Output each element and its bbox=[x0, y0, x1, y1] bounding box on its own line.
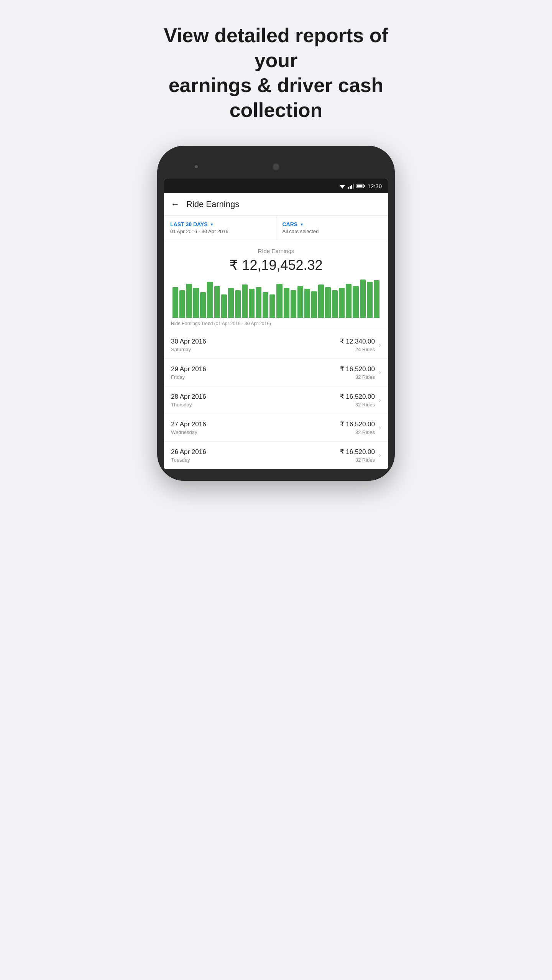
earning-amount-info: ₹ 16,520.00 32 Rides bbox=[340, 420, 375, 435]
chart-bar bbox=[304, 289, 310, 318]
earning-day: Friday bbox=[171, 374, 340, 380]
earning-rides: 32 Rides bbox=[340, 402, 375, 408]
chevron-right-icon: › bbox=[379, 341, 381, 349]
chart-bar bbox=[276, 284, 282, 318]
chart-bar bbox=[207, 282, 213, 318]
app-bar: ← Ride Earnings bbox=[164, 193, 388, 216]
svg-point-2 bbox=[342, 187, 343, 188]
chart-bar bbox=[249, 289, 255, 318]
chevron-right-icon: › bbox=[379, 451, 381, 459]
chart-bar bbox=[269, 294, 275, 318]
status-bar: 12:30 bbox=[164, 179, 388, 193]
chart-bar bbox=[339, 288, 345, 318]
earning-amount-info: ₹ 16,520.00 32 Rides bbox=[340, 365, 375, 380]
chart-bar bbox=[172, 287, 178, 318]
chart-bar bbox=[200, 292, 206, 318]
earning-amount-info: ₹ 12,340.00 24 Rides bbox=[340, 337, 375, 352]
earning-day: Tuesday bbox=[171, 457, 340, 463]
earning-amount: ₹ 16,520.00 bbox=[340, 365, 375, 373]
chart-amount: ₹ 12,19,452.32 bbox=[171, 257, 381, 273]
svg-rect-8 bbox=[364, 185, 365, 187]
app-bar-title: Ride Earnings bbox=[186, 199, 239, 209]
earning-row[interactable]: 29 Apr 2016 Friday ₹ 16,520.00 32 Rides … bbox=[164, 359, 388, 386]
chart-bar bbox=[346, 284, 352, 318]
earning-date-info: 30 Apr 2016 Saturday bbox=[171, 338, 340, 352]
back-button[interactable]: ← bbox=[171, 199, 179, 209]
status-time: 12:30 bbox=[367, 183, 382, 189]
earning-date: 27 Apr 2016 bbox=[171, 421, 340, 428]
earning-rides: 24 Rides bbox=[340, 347, 375, 352]
chart-bar bbox=[242, 284, 248, 318]
earning-day: Wednesday bbox=[171, 429, 340, 435]
chart-bar bbox=[360, 280, 366, 318]
cars-filter-value: All cars selected bbox=[283, 229, 382, 234]
earning-date: 29 Apr 2016 bbox=[171, 365, 340, 373]
chart-bar bbox=[221, 294, 227, 318]
chart-bar bbox=[332, 290, 338, 318]
earning-amount-info: ₹ 16,520.00 32 Rides bbox=[340, 393, 375, 408]
chart-bar bbox=[367, 282, 373, 318]
chart-bar bbox=[235, 290, 241, 318]
cars-filter-label: CARS ▼ bbox=[283, 221, 382, 227]
chart-trend-label: Ride Earnings Trend (01 Apr 2016 - 30 Ap… bbox=[171, 321, 381, 326]
status-icons: 12:30 bbox=[339, 183, 382, 189]
battery-icon bbox=[356, 184, 365, 188]
chevron-right-icon: › bbox=[379, 368, 381, 377]
period-filter-label: LAST 30 DAYS ▼ bbox=[170, 221, 270, 227]
period-filter[interactable]: LAST 30 DAYS ▼ 01 Apr 2016 - 30 Apr 2016 bbox=[164, 216, 276, 240]
earning-amount: ₹ 12,340.00 bbox=[340, 337, 375, 345]
earning-amount-info: ₹ 16,520.00 32 Rides bbox=[340, 448, 375, 463]
earning-rides: 32 Rides bbox=[340, 457, 375, 463]
earning-amount: ₹ 16,520.00 bbox=[340, 420, 375, 428]
chart-section: RIde Earnings ₹ 12,19,452.32 Ride Earnin… bbox=[164, 240, 388, 331]
svg-rect-6 bbox=[353, 184, 354, 189]
chart-bar bbox=[325, 287, 331, 318]
earning-amount: ₹ 16,520.00 bbox=[340, 393, 375, 401]
chart-bar bbox=[228, 288, 234, 318]
cars-dropdown-arrow: ▼ bbox=[300, 222, 304, 227]
signal-icon bbox=[348, 184, 354, 189]
earning-rides: 32 Rides bbox=[340, 429, 375, 435]
chart-bar bbox=[186, 284, 192, 318]
chart-bar bbox=[291, 290, 296, 318]
chart-bar bbox=[353, 286, 358, 318]
chart-bar bbox=[318, 284, 324, 318]
earning-date: 26 Apr 2016 bbox=[171, 448, 340, 456]
earning-date: 28 Apr 2016 bbox=[171, 393, 340, 401]
svg-rect-3 bbox=[348, 187, 349, 189]
wifi-icon bbox=[339, 184, 346, 189]
chevron-right-icon: › bbox=[379, 424, 381, 432]
earning-day: Thursday bbox=[171, 402, 340, 408]
earning-row[interactable]: 30 Apr 2016 Saturday ₹ 12,340.00 24 Ride… bbox=[164, 331, 388, 359]
earning-row[interactable]: 27 Apr 2016 Wednesday ₹ 16,520.00 32 Rid… bbox=[164, 414, 388, 442]
chart-bar bbox=[214, 286, 220, 318]
chart-bar bbox=[374, 280, 380, 318]
chart-bar bbox=[179, 290, 185, 318]
filter-row: LAST 30 DAYS ▼ 01 Apr 2016 - 30 Apr 2016… bbox=[164, 216, 388, 240]
earning-day: Saturday bbox=[171, 347, 340, 352]
bar-chart bbox=[171, 280, 381, 318]
chart-bar bbox=[297, 286, 303, 318]
earning-row[interactable]: 26 Apr 2016 Tuesday ₹ 16,520.00 32 Rides… bbox=[164, 442, 388, 469]
phone-camera bbox=[272, 163, 280, 171]
chart-bar bbox=[311, 291, 317, 318]
svg-rect-9 bbox=[357, 185, 363, 187]
cars-filter[interactable]: CARS ▼ All cars selected bbox=[276, 216, 388, 240]
phone-speaker bbox=[195, 165, 198, 168]
earning-date: 30 Apr 2016 bbox=[171, 338, 340, 345]
earning-row[interactable]: 28 Apr 2016 Thursday ₹ 16,520.00 32 Ride… bbox=[164, 386, 388, 414]
chart-bar bbox=[284, 288, 289, 318]
chart-bar bbox=[263, 292, 268, 318]
chart-bar bbox=[193, 288, 199, 318]
svg-rect-4 bbox=[350, 186, 351, 189]
phone-shell: 12:30 ← Ride Earnings LAST 30 DAYS ▼ 01 … bbox=[157, 146, 395, 481]
phone-screen: 12:30 ← Ride Earnings LAST 30 DAYS ▼ 01 … bbox=[164, 179, 388, 469]
earning-amount: ₹ 16,520.00 bbox=[340, 448, 375, 456]
earning-date-info: 27 Apr 2016 Wednesday bbox=[171, 421, 340, 435]
chart-bar bbox=[256, 287, 261, 318]
chart-section-title: RIde Earnings bbox=[171, 248, 381, 254]
earning-date-info: 29 Apr 2016 Friday bbox=[171, 365, 340, 380]
earning-rides: 32 Rides bbox=[340, 374, 375, 380]
earning-date-info: 26 Apr 2016 Tuesday bbox=[171, 448, 340, 463]
chevron-right-icon: › bbox=[379, 396, 381, 404]
